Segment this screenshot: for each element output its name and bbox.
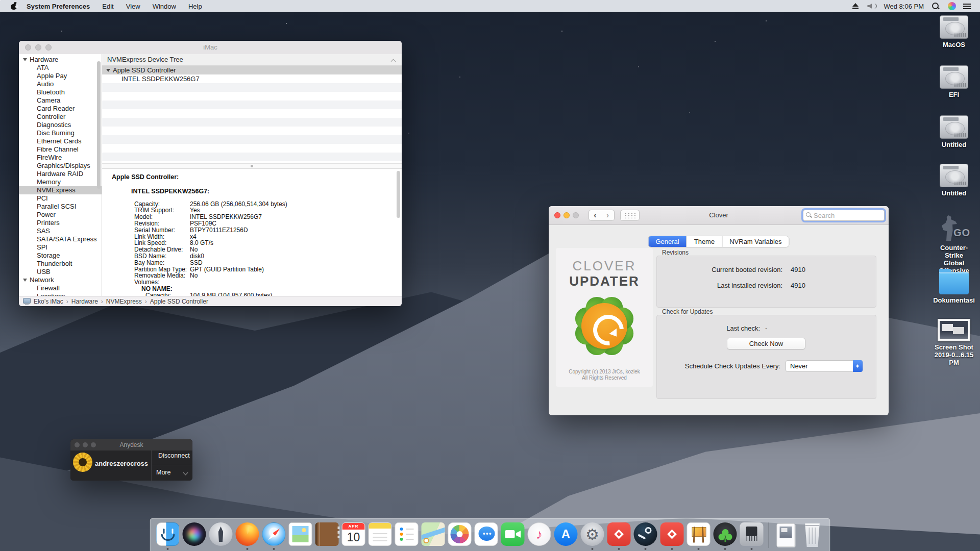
sidebar-item-usb[interactable]: USB	[19, 268, 102, 276]
sidebar-item-apple-pay[interactable]: Apple Pay	[19, 72, 102, 80]
desktop-icon-efi[interactable]: EFI	[931, 65, 977, 98]
sidebar-item-thunderbolt[interactable]: Thunderbolt	[19, 260, 102, 268]
detail-field-value: BTPY70111EZ1256D	[190, 227, 248, 234]
sidebar-item-card-reader[interactable]: Card Reader	[19, 105, 102, 113]
sidebar-scrollbar[interactable]	[97, 61, 101, 189]
sidebar-item-bluetooth[interactable]: Bluetooth	[19, 88, 102, 96]
menubar-clock[interactable]: Wed 8:06 PM	[884, 3, 924, 10]
sysinfo-window-title: iMac	[19, 41, 402, 54]
dock-contacts[interactable]	[314, 522, 340, 551]
dock-itunes[interactable]: ♪	[526, 522, 553, 551]
sidebar-item-fibre-channel[interactable]: Fibre Channel	[19, 145, 102, 154]
detail-field-label: Bay Name:	[134, 260, 190, 266]
dock-anydesk-alt[interactable]	[659, 522, 685, 551]
sidebar-item-graphics-displays[interactable]: Graphics/Displays	[19, 162, 102, 170]
tab-general[interactable]: General	[648, 236, 686, 247]
breadcrumb-item-eko-s-imac[interactable]: Eko’s iMac	[34, 298, 63, 305]
sidebar-item-printers[interactable]: Printers	[19, 219, 102, 227]
dock-easel-app[interactable]	[685, 522, 712, 551]
sidebar-item-hardware-raid[interactable]: Hardware RAID	[19, 170, 102, 178]
dock-photos[interactable]	[447, 522, 473, 551]
apple-menu-icon[interactable]	[10, 2, 18, 10]
breadcrumb-item-hardware[interactable]: Hardware	[71, 298, 98, 305]
sidebar-item-storage[interactable]: Storage	[19, 252, 102, 260]
tab-nvram-variables[interactable]: NVRam Variables	[722, 236, 789, 247]
schedule-dropdown[interactable]: Never	[786, 360, 863, 372]
dock-launchpad[interactable]	[208, 522, 234, 551]
more-button[interactable]: More	[156, 469, 170, 476]
dock-app-store[interactable]: A	[553, 522, 579, 551]
sidebar-item-ethernet-cards[interactable]: Ethernet Cards	[19, 137, 102, 145]
dock-facetime[interactable]	[500, 522, 526, 551]
spotlight-icon[interactable]	[932, 3, 940, 10]
search-input[interactable]	[814, 212, 875, 219]
details-scrollbar[interactable]	[397, 171, 400, 218]
search-field[interactable]	[803, 210, 885, 221]
sidebar-item-nvmexpress[interactable]: NVMExpress	[19, 186, 102, 194]
dock-maps[interactable]	[420, 522, 447, 551]
sidebar-item-ata[interactable]: ATA	[19, 64, 102, 72]
anydesk-titlebar[interactable]: Anydesk	[70, 439, 192, 450]
dock-trash[interactable]	[799, 522, 826, 551]
sidebar-item-audio[interactable]: Audio	[19, 80, 102, 88]
dock-siri[interactable]	[181, 522, 208, 551]
desktop-icon-counter-strike-global-offensive[interactable]: GOCounter-StrikeGlobal Offensive	[931, 215, 977, 274]
disconnect-button[interactable]: Disconnect	[158, 452, 192, 459]
pane-splitter[interactable]	[102, 163, 402, 169]
clover-titlebar[interactable]: ‹ › Clover	[549, 206, 889, 225]
eject-icon[interactable]	[852, 3, 859, 9]
sidebar-item-firewall[interactable]: Firewall	[19, 284, 102, 292]
dock-firefox[interactable]	[234, 522, 261, 551]
menu-edit[interactable]: Edit	[102, 3, 113, 10]
sidebar-item-diagnostics[interactable]: Diagnostics	[19, 121, 102, 129]
sidebar-item-disc-burning[interactable]: Disc Burning	[19, 129, 102, 137]
dock-notes[interactable]	[367, 522, 394, 551]
dock-anydesk[interactable]	[606, 522, 632, 551]
volume-icon[interactable]	[867, 3, 876, 10]
siri-icon[interactable]	[948, 2, 956, 10]
sysinfo-titlebar[interactable]: iMac	[19, 41, 402, 55]
sidebar-section-network[interactable]: Network	[19, 276, 102, 284]
dock-steam[interactable]	[632, 522, 659, 551]
desktop-icon-untitled[interactable]: Untitled	[931, 115, 977, 148]
dock-document[interactable]	[773, 522, 799, 551]
breadcrumb-item-apple-ssd-controller[interactable]: Apple SSD Controller	[150, 298, 208, 305]
sidebar-item-pci[interactable]: PCI	[19, 194, 102, 203]
dock-messages[interactable]	[473, 522, 500, 551]
sidebar-item-power[interactable]: Power	[19, 211, 102, 219]
sidebar-item-camera[interactable]: Camera	[19, 96, 102, 105]
menu-view[interactable]: View	[126, 3, 140, 10]
sidebar-item-locations[interactable]: Locations	[19, 292, 102, 296]
dock-calendar[interactable]: APR10	[340, 522, 367, 551]
tree-row-apple-ssd-controller[interactable]: Apple SSD Controller	[102, 66, 402, 74]
collapse-chevron-icon[interactable]	[391, 59, 396, 63]
breadcrumb-item-nvmexpress[interactable]: NVMExpress	[106, 298, 142, 305]
sidebar-item-sas[interactable]: SAS	[19, 227, 102, 235]
check-now-button[interactable]: Check Now	[727, 338, 805, 349]
desktop-icon-untitled[interactable]: Untitled	[931, 164, 977, 197]
dock-system-preferences[interactable]: ⚙	[579, 522, 606, 551]
sidebar-item-parallel-scsi[interactable]: Parallel SCSI	[19, 203, 102, 211]
sidebar-item-controller[interactable]: Controller	[19, 113, 102, 121]
dock-finder[interactable]	[155, 522, 181, 551]
desktop-icon-macos[interactable]: MacOS	[931, 15, 977, 48]
sidebar-item-firewire[interactable]: FireWire	[19, 154, 102, 162]
dock-chip-tool[interactable]	[739, 522, 765, 551]
dock-safari[interactable]	[261, 522, 287, 551]
dock-reminders[interactable]	[394, 522, 420, 551]
sidebar-item-sata-sata-express[interactable]: SATA/SATA Express	[19, 235, 102, 243]
dock-clover-configurator[interactable]	[712, 522, 739, 551]
tree-row-intel-ssdpekkw256g7[interactable]: INTEL SSDPEKKW256G7	[102, 74, 402, 83]
menu-help[interactable]: Help	[188, 3, 202, 10]
chevron-down-icon[interactable]	[184, 471, 188, 475]
menu-window[interactable]: Window	[153, 3, 176, 10]
desktop-icon-dokumentasi[interactable]: Dokumentasi	[931, 269, 977, 304]
sidebar-item-spi[interactable]: SPI	[19, 243, 102, 252]
active-app-menu[interactable]: System Preferences	[27, 3, 90, 10]
sidebar-section-hardware[interactable]: Hardware	[19, 56, 102, 64]
notification-center-icon[interactable]	[963, 4, 971, 9]
tab-theme[interactable]: Theme	[687, 236, 722, 247]
sidebar-item-memory[interactable]: Memory	[19, 178, 102, 186]
desktop-icon-screen-shot-2019-0-6-15-pm[interactable]: Screen Shot2019-0...6.15 PM	[931, 319, 977, 366]
dock-preview[interactable]	[287, 522, 314, 551]
